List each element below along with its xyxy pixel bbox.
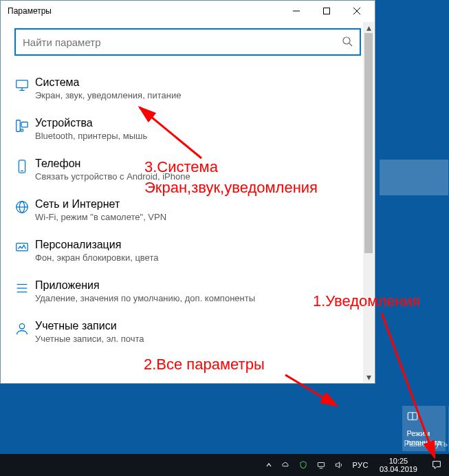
category-title: Учетные записи: [35, 320, 361, 332]
defender-icon[interactable]: [297, 454, 309, 476]
notifications-button[interactable]: [427, 454, 446, 476]
quick-action-tiles: Режим планшета Сеть Все параметры Обмен …: [402, 403, 449, 454]
category-personalization[interactable]: Персонализация Фон, экран блокировки, цв…: [14, 232, 361, 272]
category-sub: Удаление, значения по умолчанию, доп. ко…: [35, 293, 361, 303]
svg-rect-9: [17, 120, 21, 132]
category-title: Телефон: [35, 158, 361, 170]
search-icon: [342, 36, 353, 49]
category-title: Система: [35, 76, 361, 89]
svg-point-21: [19, 324, 24, 329]
svg-rect-10: [21, 122, 28, 127]
clock[interactable]: 10:25 03.04.2019: [375, 457, 421, 473]
svg-rect-1: [324, 8, 330, 14]
tray-chevron-icon[interactable]: [264, 454, 274, 476]
category-title: Персонализация: [35, 239, 361, 251]
hint-block-2: [138, 347, 313, 382]
scrollbar[interactable]: ▴ ▾: [363, 22, 374, 382]
tile-tablet-mode[interactable]: Режим планшета: [402, 406, 445, 451]
minimize-button[interactable]: [281, 1, 311, 21]
hint-block: [380, 160, 448, 195]
onedrive-icon[interactable]: [279, 454, 292, 476]
scroll-down-icon[interactable]: ▾: [363, 371, 374, 382]
category-network[interactable]: Сеть и Интернет Wi-Fi, режим "в самолете…: [14, 191, 361, 232]
category-sub: Учетные записи, эл. почта: [35, 334, 361, 344]
scroll-thumb[interactable]: [364, 33, 373, 253]
titlebar: Параметры: [1, 1, 375, 21]
tile-label: Режим планшета: [406, 429, 441, 447]
scroll-track[interactable]: [363, 33, 374, 371]
category-devices[interactable]: Устройства Bluetooth, принтеры, мышь: [14, 110, 361, 151]
search-box[interactable]: [14, 28, 361, 56]
phone-icon: [14, 158, 35, 174]
network-icon: [14, 198, 35, 215]
svg-point-11: [21, 129, 23, 132]
category-title: Сеть и Интернет: [35, 198, 361, 210]
system-tray: РУС 10:25 03.04.2019: [264, 454, 446, 476]
tablet-mode-icon: [406, 410, 441, 424]
category-system[interactable]: Система Экран, звук, уведомления, питани…: [14, 69, 361, 110]
category-phone[interactable]: Телефон Связать устройство с Android, iP…: [14, 151, 361, 191]
category-title: Приложения: [35, 279, 361, 292]
category-sub: Wi-Fi, режим "в самолете", VPN: [35, 212, 361, 222]
category-title: Устройства: [35, 117, 361, 129]
category-apps[interactable]: Приложения Удаление, значения по умолчан…: [14, 272, 361, 313]
settings-window: Параметры Система Экран, звук, уведомлен…: [0, 0, 375, 384]
settings-content: Система Экран, звук, уведомления, питани…: [1, 21, 375, 383]
maximize-button[interactable]: [311, 1, 342, 21]
svg-rect-6: [17, 80, 28, 88]
personalization-icon: [14, 239, 35, 255]
clock-time: 10:25: [380, 457, 417, 465]
search-input[interactable]: [23, 36, 342, 48]
category-sub: Связать устройство с Android, iPhone: [35, 171, 361, 182]
close-button[interactable]: [342, 1, 372, 21]
svg-rect-29: [318, 463, 325, 467]
action-center: Развернуть Режим планшета Сеть Все парам…: [402, 433, 449, 454]
svg-rect-17: [17, 244, 28, 251]
system-icon: [14, 76, 35, 93]
clock-date: 03.04.2019: [380, 465, 417, 473]
category-sub: Bluetooth, принтеры, мышь: [35, 131, 361, 141]
sound-tray-icon[interactable]: [333, 454, 345, 476]
window-title: Параметры: [8, 6, 281, 16]
network-tray-icon[interactable]: [315, 454, 327, 476]
devices-icon: [14, 117, 35, 133]
category-sub: Экран, звук, уведомления, питание: [35, 90, 361, 100]
language-indicator[interactable]: РУС: [351, 454, 370, 476]
scroll-up-icon[interactable]: ▴: [363, 22, 374, 33]
apps-icon: [14, 279, 35, 296]
taskbar: РУС 10:25 03.04.2019: [0, 454, 449, 476]
accounts-icon: [14, 320, 35, 336]
svg-point-4: [343, 37, 350, 44]
svg-line-5: [349, 43, 352, 46]
category-sub: Фон, экран блокировки, цвета: [35, 252, 361, 263]
